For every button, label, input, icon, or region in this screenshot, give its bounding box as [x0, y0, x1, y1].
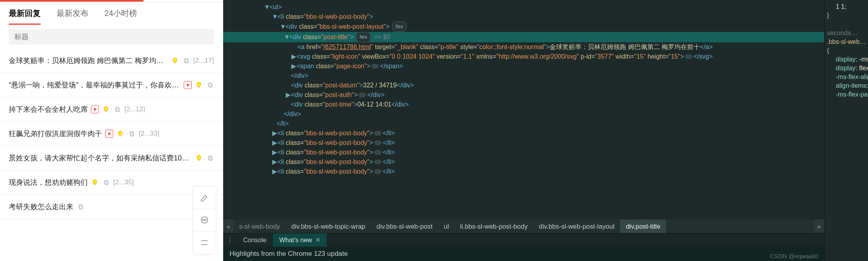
compose-button[interactable]: [193, 187, 216, 209]
svg-rect-7: [116, 107, 118, 111]
floating-toolbar: [193, 187, 216, 254]
search-row: [0, 25, 223, 49]
pages-label: [2...17]: [193, 57, 214, 65]
lightbulb-icon: [91, 178, 99, 186]
svg-rect-1: [185, 59, 187, 62]
svg-point-22: [204, 219, 205, 220]
post-list: 金球奖赔率：贝林厄姆领跑 姆巴佩第二 梅罗均在前十[2...17]"悬溺一响，纯…: [0, 49, 223, 261]
lightbulb-icon: [195, 81, 203, 89]
svg-rect-13: [208, 156, 211, 160]
svg-rect-19: [80, 206, 82, 209]
svg-point-23: [206, 219, 206, 220]
svg-rect-16: [104, 180, 107, 184]
breadcrumb-item[interactable]: s-sl-web-body: [234, 219, 286, 233]
svg-rect-11: [131, 132, 134, 136]
forum-panel: 最新回复 最新发布 24小时榜 金球奖赔率：贝林厄姆领跑 姆巴佩第二 梅罗均在前…: [0, 0, 223, 261]
breadcrumb-prev[interactable]: «: [223, 219, 234, 233]
search-input[interactable]: [9, 29, 214, 45]
drawer-menu-icon[interactable]: ⋮: [223, 236, 237, 244]
list-item[interactable]: 考研失败怎么走出来: [0, 195, 223, 219]
svg-rect-4: [208, 83, 211, 87]
breadcrumb-next[interactable]: »: [814, 219, 824, 233]
svg-rect-2: [185, 59, 188, 63]
forum-tabs: 最新回复 最新发布 24小时榜: [0, 2, 223, 25]
post-title: 现身说法，想劝劝赌狗们: [9, 178, 88, 187]
post-title: 狂飙兄弟打假洪崖洞假牛肉干: [9, 129, 102, 138]
dom-tree[interactable]: ▼<ul> ▼<li class="bbs-sl-web-post-body">…: [223, 0, 824, 219]
whats-new-tab[interactable]: What's new✕: [273, 233, 327, 247]
svg-rect-17: [105, 181, 108, 185]
tab-latest-post[interactable]: 最新发布: [57, 8, 88, 25]
whats-new-headline: Highlights from the Chrome 123 update: [223, 247, 824, 261]
pages-icon: [206, 81, 214, 89]
comment-button[interactable]: [193, 209, 216, 231]
breadcrumb-item[interactable]: div.post-title: [620, 219, 666, 233]
pages-label: [2...35]: [113, 178, 134, 186]
console-tab[interactable]: Console: [237, 233, 273, 247]
post-title: 考研失败怎么走出来: [9, 202, 73, 212]
list-item[interactable]: 金球奖赔率：贝林厄姆领跑 姆巴佩第二 梅罗均在前十[2...17]: [0, 49, 223, 73]
play-icon: [91, 105, 99, 113]
list-item[interactable]: 狂飙兄弟打假洪崖洞假牛肉干[2...33]: [0, 122, 223, 146]
list-item[interactable]: 景姓女孩，请大家帮忙起个名字，如有采纳私信话费100元: [0, 146, 223, 170]
watermark: CSDN @eqwaak0: [770, 253, 819, 259]
breadcrumb-item[interactable]: ul: [438, 219, 454, 233]
pages-icon: [113, 105, 121, 113]
list-item[interactable]: "悬溺一响，纯爱登场"，最幸福的事莫过于，你喜欢的人也...: [0, 73, 223, 97]
drawer-tabs: ⋮ Console What's new✕: [223, 233, 824, 247]
svg-rect-5: [209, 84, 212, 87]
pages-label: [2...33]: [139, 130, 159, 138]
breadcrumb-item[interactable]: li.bbs-sl-web-post-body: [454, 219, 533, 233]
breadcrumb-item[interactable]: div.bbs-sl-web-post: [371, 219, 438, 233]
breadcrumb-item[interactable]: div.bbs-sl-web-topic-wrap: [286, 219, 371, 233]
post-title: "悬溺一响，纯爱登场"，最幸福的事莫过于，你喜欢的人也...: [9, 80, 181, 90]
breadcrumb-item[interactable]: div.bbs-sl-web-post-layout: [533, 219, 620, 233]
post-title: 掉下来会不会全村人吃席: [9, 105, 88, 114]
svg-point-21: [202, 219, 203, 220]
pages-icon: [77, 203, 84, 211]
svg-rect-10: [130, 132, 133, 135]
pages-label: [2...12]: [124, 105, 145, 113]
svg-rect-14: [209, 157, 212, 160]
more-button[interactable]: [193, 231, 216, 254]
play-icon: [184, 81, 192, 89]
pages-icon: [206, 154, 214, 162]
close-icon[interactable]: ✕: [315, 236, 320, 244]
list-item[interactable]: 现身说法，想劝劝赌狗们[2...35]: [0, 170, 223, 195]
pages-icon: [128, 130, 136, 138]
lightbulb-icon: [195, 154, 203, 162]
tab-latest-reply[interactable]: 最新回复: [9, 8, 41, 25]
lightbulb-icon: [171, 57, 179, 65]
selected-node[interactable]: ▼<div class="post-title">flex== $0: [223, 32, 824, 42]
lightbulb-icon: [116, 130, 124, 138]
play-icon: [105, 130, 113, 138]
svg-rect-8: [116, 108, 119, 112]
post-title: 金球奖赔率：贝林厄姆领跑 姆巴佩第二 梅罗均在前十: [9, 56, 168, 65]
svg-rect-18: [79, 205, 82, 208]
lightbulb-icon: [102, 105, 110, 113]
list-item[interactable]: 掉下来会不会全村人吃席[2...12]: [0, 97, 223, 122]
tab-24h-rank[interactable]: 24小时榜: [104, 8, 137, 25]
post-title: 景姓女孩，请大家帮忙起个名字，如有采纳私信话费100元: [9, 153, 192, 163]
styles-pane[interactable]: 1 1; } seconda… .bbs-sl-web… post-body .…: [824, 0, 868, 261]
devtools-elements: ▼<ul> ▼<li class="bbs-sl-web-post-body">…: [223, 0, 824, 261]
pages-icon: [102, 178, 110, 186]
pages-icon: [182, 57, 190, 65]
breadcrumb-bar[interactable]: « s-sl-web-bodydiv.bbs-sl-web-topic-wrap…: [223, 219, 824, 233]
